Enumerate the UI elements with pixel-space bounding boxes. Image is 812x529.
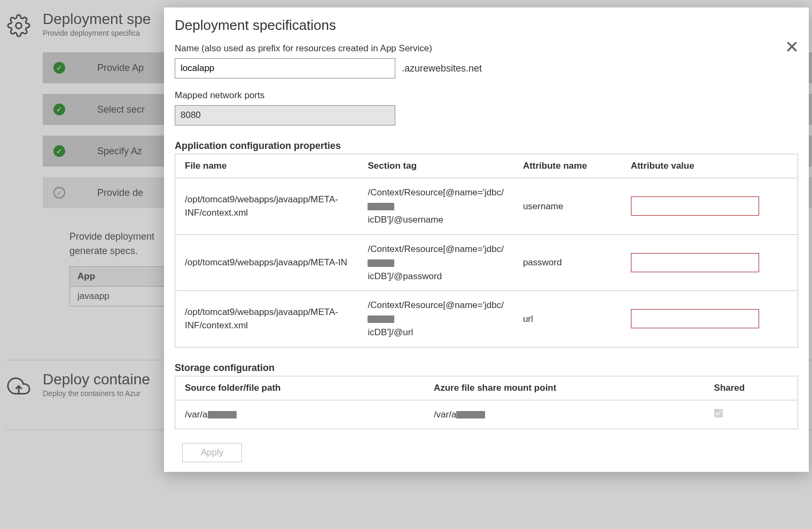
redacted: [456, 411, 485, 419]
attr-value-input[interactable]: [631, 253, 759, 272]
col-source: Source folder/file path: [175, 376, 424, 400]
config-row: /opt/tomcat9/webapps/javaapp/META-INF/co…: [175, 291, 798, 348]
attr-name-cell: url: [513, 291, 621, 348]
file-cell: /opt/tomcat9/webapps/javaapp/META-INF/co…: [175, 291, 358, 348]
storage-row: /var/a /var/a: [175, 400, 798, 429]
ports-input: [175, 105, 395, 125]
col-mount: Azure file share mount point: [424, 376, 705, 400]
file-cell: /opt/tomcat9/webapps/javaapp/META-IN: [175, 234, 358, 291]
close-icon: ✕: [785, 37, 799, 57]
file-cell: /opt/tomcat9/webapps/javaapp/META-INF/co…: [175, 178, 358, 235]
app-config-table: File name Section tag Attribute name Att…: [175, 154, 798, 348]
col-file: File name: [175, 154, 358, 178]
col-attr-name: Attribute name: [513, 154, 621, 178]
attr-name-cell: password: [513, 234, 621, 291]
col-shared: Shared: [705, 376, 798, 400]
attr-value-input[interactable]: [631, 309, 759, 328]
source-cell: /var/a: [175, 400, 424, 429]
config-row: /opt/tomcat9/webapps/javaapp/META-INF/co…: [175, 178, 798, 235]
modal-title: Deployment specifications: [175, 17, 798, 34]
close-button[interactable]: ✕: [785, 38, 799, 56]
section-cell: /Context/Resource[@name='jdbc/icDB']/@ur…: [358, 291, 513, 348]
col-attr-value: Attribute value: [621, 154, 798, 178]
name-label: Name (also used as prefix for resources …: [175, 43, 798, 54]
section-cell: /Context/Resource[@name='jdbc/icDB']/@pa…: [358, 234, 513, 291]
attr-value-input[interactable]: [631, 196, 759, 216]
shared-checkbox: [714, 409, 723, 417]
storage-heading: Storage configuration: [175, 362, 798, 374]
apply-button[interactable]: Apply: [182, 443, 242, 462]
name-suffix: .azurewebsites.net: [402, 63, 482, 74]
app-config-heading: Application configuration properties: [175, 140, 798, 152]
config-row: /opt/tomcat9/webapps/javaapp/META-IN /Co…: [175, 234, 798, 291]
ports-label: Mapped network ports: [175, 90, 798, 101]
section-cell: /Context/Resource[@name='jdbc/icDB']/@us…: [358, 178, 513, 235]
name-input[interactable]: [175, 58, 395, 78]
storage-table: Source folder/file path Azure file share…: [175, 376, 798, 430]
redacted: [368, 203, 394, 210]
redacted: [208, 411, 237, 419]
redacted: [368, 315, 394, 323]
col-section: Section tag: [358, 154, 513, 178]
deployment-spec-modal: Deployment specifications ✕ Name (also u…: [164, 7, 809, 472]
redacted: [368, 259, 394, 267]
mount-cell: /var/a: [424, 400, 705, 429]
attr-name-cell: username: [513, 178, 621, 235]
